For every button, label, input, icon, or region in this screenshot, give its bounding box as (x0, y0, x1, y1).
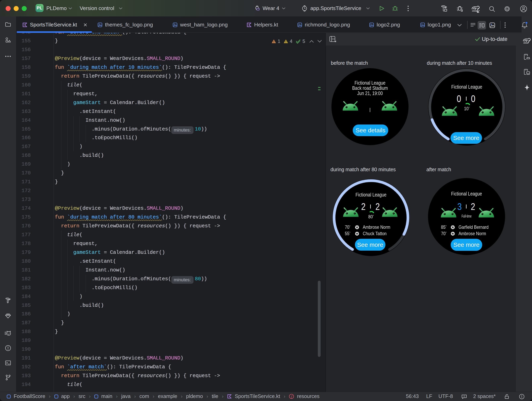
svg-text:f: f (291, 395, 292, 398)
